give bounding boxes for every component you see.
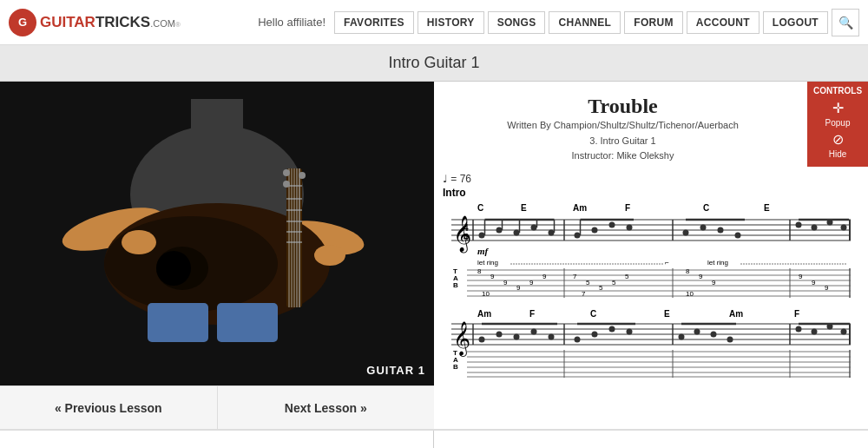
logo-tm: ® — [175, 21, 181, 29]
svg-point-26 — [299, 172, 306, 179]
svg-point-97 — [575, 232, 581, 238]
svg-point-108 — [796, 221, 802, 227]
svg-point-86 — [479, 232, 485, 238]
song-title: Trouble — [447, 95, 799, 118]
svg-text:C: C — [703, 203, 709, 213]
svg-text:8: 8 — [477, 267, 482, 275]
svg-point-24 — [314, 245, 345, 266]
history-button[interactable]: HISTORY — [418, 11, 484, 34]
svg-point-94 — [549, 229, 555, 235]
svg-point-105 — [718, 227, 724, 233]
svg-text:5: 5 — [612, 279, 616, 287]
svg-text:C: C — [590, 309, 596, 319]
svg-point-136 — [575, 336, 581, 342]
svg-point-106 — [735, 232, 741, 238]
greeting-text: Hello affiliate! — [258, 16, 326, 29]
svg-point-27 — [283, 181, 290, 188]
svg-point-88 — [496, 227, 503, 233]
svg-point-131 — [496, 331, 503, 337]
svg-text:9: 9 — [542, 273, 547, 280]
controls-title: CONTROLS — [812, 86, 864, 96]
svg-text:10: 10 — [686, 290, 694, 298]
svg-text:mf: mf — [477, 246, 490, 256]
svg-point-133 — [531, 328, 537, 334]
video-area: GUITAR 1 — [0, 82, 434, 385]
song-instructor: Instructor: Mike Olekshy — [447, 148, 799, 164]
channel-button[interactable]: CHANNEL — [549, 11, 621, 34]
tab-lyrics[interactable]: Lyrics — [168, 443, 217, 448]
hide-control[interactable]: ⊘ Hide — [812, 131, 864, 159]
svg-text:E: E — [664, 309, 670, 319]
svg-point-103 — [683, 229, 689, 235]
svg-point-146 — [796, 326, 802, 332]
svg-point-141 — [679, 333, 685, 339]
prev-lesson-button[interactable]: « Previous Lesson — [0, 386, 218, 429]
svg-point-137 — [592, 331, 598, 337]
popup-control[interactable]: ✛ Popup — [812, 100, 864, 128]
svg-text:9: 9 — [699, 273, 703, 280]
logo-tricks: TRICKS — [95, 14, 150, 31]
header: G GUITAR TRICKS .COM ® Hello affiliate! … — [0, 0, 868, 45]
favorites-button[interactable]: FAVORITES — [334, 11, 414, 34]
svg-point-23 — [122, 230, 156, 254]
sheet-music-header: Trouble Written By Champion/Shultz/Shult… — [434, 82, 868, 168]
svg-point-134 — [549, 333, 555, 339]
svg-text:E: E — [764, 203, 770, 213]
hide-icon: ⊘ — [832, 131, 844, 148]
svg-point-132 — [514, 333, 520, 339]
controls-panel: CONTROLS ✛ Popup ⊘ Hide — [807, 82, 868, 167]
search-button[interactable]: 🔍 — [832, 9, 859, 36]
svg-text:let ring: let ring — [707, 259, 728, 267]
svg-point-111 — [841, 224, 847, 230]
svg-point-109 — [812, 224, 818, 230]
next-lesson-button[interactable]: Next Lesson » — [218, 386, 435, 429]
svg-text:9: 9 — [712, 279, 716, 287]
svg-text:⌐: ⌐ — [665, 259, 669, 267]
svg-text:Am: Am — [573, 203, 587, 213]
svg-text:9: 9 — [825, 284, 829, 292]
svg-point-100 — [609, 221, 615, 227]
svg-text:9: 9 — [799, 273, 803, 280]
svg-point-144 — [727, 336, 733, 342]
svg-point-101 — [627, 224, 633, 230]
svg-text:5: 5 — [586, 279, 590, 287]
svg-point-104 — [700, 224, 707, 230]
logout-button[interactable]: LOGOUT — [763, 11, 828, 34]
left-panel: GUITAR 1 « Previous Lesson Next Lesson » — [0, 82, 434, 429]
svg-text:9: 9 — [812, 279, 816, 287]
tempo-info: ♩ = 76 — [443, 173, 859, 185]
svg-text:C: C — [477, 203, 483, 213]
sheet-music-body: ♩ = 76 Intro C E Am F C E 𝄞 — [434, 168, 868, 385]
svg-point-142 — [694, 328, 700, 334]
svg-text:F: F — [794, 309, 799, 319]
svg-text:F: F — [529, 309, 535, 319]
svg-text:7: 7 — [582, 290, 586, 298]
forum-button[interactable]: FORUM — [624, 11, 683, 34]
guitar-player-illustration — [0, 82, 434, 342]
page-title: Intro Guitar 1 — [0, 45, 868, 82]
logo-guitar: GUITAR — [40, 14, 95, 31]
svg-point-149 — [841, 328, 847, 334]
bottom-tabs: Description Notation Lyrics Tutorial Pro… — [0, 429, 868, 448]
svg-point-139 — [627, 328, 633, 334]
video-navigation: « Previous Lesson Next Lesson » — [0, 385, 434, 429]
left-bottom-tabs: Description Notation Lyrics — [0, 431, 434, 448]
svg-text:B: B — [453, 281, 458, 289]
svg-rect-2 — [191, 99, 243, 142]
hide-label: Hide — [829, 149, 847, 159]
svg-text:8: 8 — [686, 267, 690, 275]
logo-domain: .COM — [150, 18, 175, 29]
svg-text:5: 5 — [599, 284, 603, 292]
svg-text:9: 9 — [529, 279, 534, 287]
svg-text:E: E — [521, 203, 527, 213]
tab-description[interactable]: Description — [13, 443, 96, 448]
staff-svg-2: Am F C E Am F 𝄞 — [443, 308, 859, 378]
account-button[interactable]: ACCOUNT — [687, 11, 760, 34]
svg-text:𝄞: 𝄞 — [453, 215, 471, 254]
svg-text:B: B — [453, 363, 458, 371]
svg-text:Am: Am — [477, 309, 491, 319]
search-icon: 🔍 — [838, 16, 853, 30]
songs-button[interactable]: SONGS — [488, 11, 546, 34]
tab-notation[interactable]: Notation — [101, 443, 163, 448]
svg-point-138 — [609, 326, 615, 332]
